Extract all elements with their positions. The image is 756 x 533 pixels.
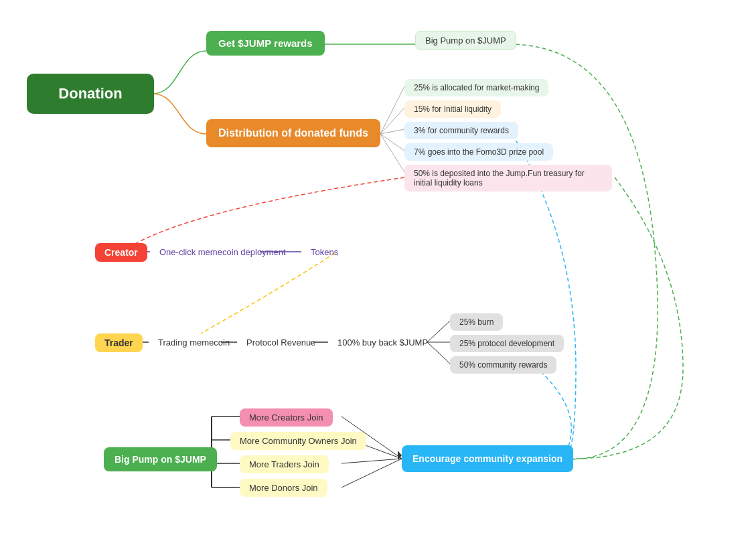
- distribution-node: Distribution of donated funds: [206, 119, 380, 147]
- 50-rewards-node: 50% community rewards: [450, 356, 556, 374]
- encourage-label: Encourage community expansion: [412, 453, 562, 464]
- trading-label: Trading memecoin: [158, 337, 230, 348]
- trader-node: Trader: [95, 333, 143, 352]
- big-pump-bottom-label: Big Pump on $JUMP: [115, 454, 206, 465]
- more-community-node: More Community Owners Join: [230, 432, 366, 450]
- protocol-rev-node: Protocol Revenue: [237, 333, 325, 352]
- 3-community-node: 3% for community rewards: [404, 122, 518, 139]
- donation-label: Donation: [58, 85, 122, 102]
- one-click-node: One-click memecoin deployment: [150, 243, 295, 261]
- get-jump-label: Get $JUMP rewards: [218, 37, 313, 49]
- svg-line-3: [380, 129, 404, 134]
- buyback-node: 100% buy back $JUMP: [328, 333, 437, 352]
- more-traders-label: More Traders Join: [249, 459, 319, 469]
- protocol-rev-label: Protocol Revenue: [246, 337, 315, 348]
- 25-market-label: 25% is allocated for market-making: [414, 83, 539, 92]
- creator-label: Creator: [104, 247, 138, 258]
- svg-line-4: [380, 134, 404, 151]
- more-creators-node: More Creators Join: [240, 408, 333, 427]
- donation-node: Donation: [27, 74, 154, 114]
- get-jump-node: Get $JUMP rewards: [206, 31, 325, 56]
- more-traders-node: More Traders Join: [240, 455, 329, 473]
- more-community-label: More Community Owners Join: [240, 436, 357, 446]
- svg-line-22: [342, 459, 402, 463]
- more-creators-label: More Creators Join: [249, 412, 323, 423]
- trading-node: Trading memecoin: [149, 333, 239, 352]
- 15-liquidity-label: 15% for Initial liquidity: [414, 104, 492, 114]
- distribution-label: Distribution of donated funds: [218, 127, 368, 139]
- 25-burn-node: 25% burn: [450, 313, 503, 331]
- 25-burn-label: 25% burn: [459, 317, 494, 327]
- encourage-node: Encourage community expansion: [402, 445, 573, 472]
- 15-liquidity-node: 15% for Initial liquidity: [404, 100, 501, 118]
- 25-market-node: 25% is allocated for market-making: [404, 79, 548, 96]
- 50-treasury-label: 50% is deposited into the Jump.Fun treas…: [414, 169, 603, 187]
- svg-line-1: [380, 86, 404, 134]
- 25-protocol-node: 25% protocol development: [450, 335, 564, 352]
- big-pump-bottom-node: Big Pump on $JUMP: [104, 447, 217, 471]
- big-pump-top-label: Big Pump on $JUMP: [425, 35, 506, 46]
- svg-line-23: [342, 459, 402, 487]
- 7-fomo-label: 7% goes into the Fomo3D prize pool: [414, 147, 544, 157]
- 50-rewards-label: 50% community rewards: [459, 360, 547, 370]
- more-donors-label: More Donors Join: [249, 483, 318, 493]
- 3-community-label: 3% for community rewards: [414, 126, 509, 135]
- 25-protocol-label: 25% protocol development: [459, 339, 554, 348]
- one-click-label: One-click memecoin deployment: [159, 247, 286, 257]
- tokens-node: Tokens: [301, 243, 348, 261]
- 7-fomo-node: 7% goes into the Fomo3D prize pool: [404, 143, 553, 161]
- svg-line-2: [380, 108, 404, 134]
- 50-treasury-node: 50% is deposited into the Jump.Fun treas…: [404, 165, 612, 192]
- big-pump-top-node: Big Pump on $JUMP: [415, 31, 516, 50]
- creator-node: Creator: [95, 243, 147, 262]
- svg-line-5: [380, 134, 404, 172]
- buyback-label: 100% buy back $JUMP: [337, 337, 428, 348]
- more-donors-node: More Donors Join: [240, 479, 327, 497]
- tokens-label: Tokens: [311, 247, 338, 257]
- trader-label: Trader: [104, 337, 133, 348]
